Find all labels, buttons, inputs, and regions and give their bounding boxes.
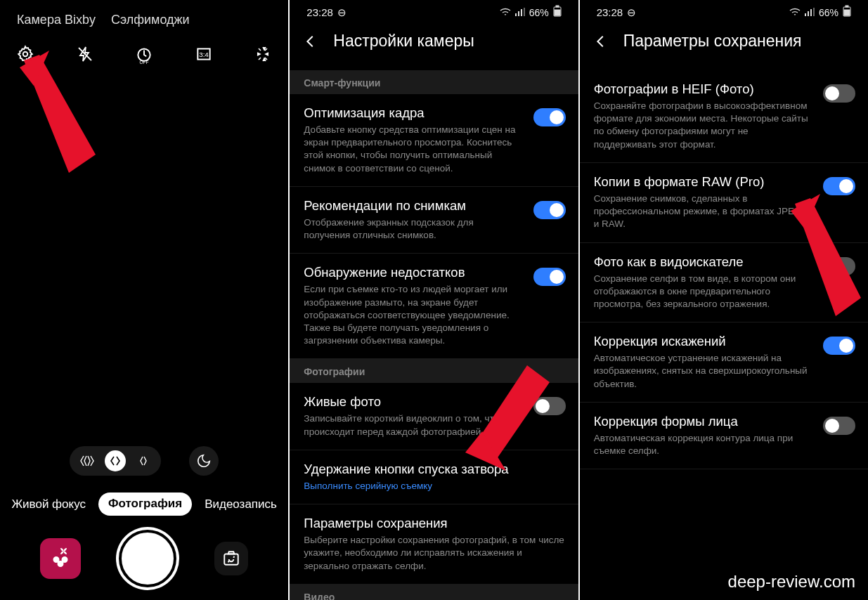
svg-rect-14	[556, 6, 559, 7]
aspect-ratio-icon[interactable]: 3:4	[194, 44, 214, 64]
switch-camera-icon[interactable]	[214, 542, 248, 575]
row-sub: Добавьте кнопку средства оптимизации сце…	[304, 124, 519, 175]
svg-marker-6	[24, 55, 96, 173]
status-bar: 23:28 ⊖ 66%	[290, 0, 578, 22]
tab-selfiemoji[interactable]: Сэлфимоджи	[111, 13, 190, 27]
back-icon[interactable]	[592, 33, 609, 50]
wifi-icon	[500, 7, 511, 18]
battery-pct: 66%	[529, 7, 549, 18]
row-distortion[interactable]: Коррекция искажений Автоматическое устра…	[580, 322, 868, 403]
shutter-button[interactable]	[119, 530, 176, 587]
row-sub: Если при съемке кто-то из людей моргает …	[304, 283, 519, 347]
row-hold-shutter[interactable]: Удержание кнопки спуска затвора Выполнит…	[290, 450, 578, 504]
page-title: Настройки камеры	[333, 32, 474, 51]
row-title: Коррекция формы лица	[594, 414, 809, 432]
row-scene-optimizer[interactable]: Оптимизация кадра Добавьте кнопку средст…	[290, 94, 578, 187]
zoom-selector[interactable]	[70, 446, 161, 476]
dnd-icon: ⊖	[337, 6, 346, 19]
battery-icon	[553, 6, 562, 19]
row-motion-photos[interactable]: Живые фото Записывайте короткий видеокли…	[290, 383, 578, 450]
row-title: Оптимизация кадра	[304, 105, 519, 124]
watermark: deep-review.com	[728, 572, 855, 592]
row-title: Фото как в видоискателе	[594, 254, 809, 273]
battery-pct: 66%	[819, 7, 838, 18]
row-title: Удержание кнопки спуска затвора	[304, 462, 565, 480]
gear-icon[interactable]	[15, 44, 35, 64]
svg-rect-8	[225, 554, 239, 565]
row-flaw-detection[interactable]: Обнаружение недостатков Если при съемке …	[290, 254, 578, 359]
signal-icon	[515, 7, 525, 18]
svg-rect-24	[844, 10, 850, 15]
wifi-icon	[789, 7, 801, 18]
svg-rect-21	[813, 8, 815, 16]
row-sub: Отображение экранных подсказок для получ…	[304, 216, 519, 242]
section-video: Видео	[290, 585, 578, 600]
zoom-ultrawide-icon[interactable]	[77, 450, 98, 471]
row-face-correction[interactable]: Коррекция формы лица Автоматическая корр…	[580, 403, 868, 469]
row-as-previewed[interactable]: Фото как в видоискателе Сохранение селфи…	[580, 243, 868, 323]
row-heif[interactable]: Фотографии в HEIF (Фото) Сохраняйте фото…	[580, 70, 868, 163]
mode-photo[interactable]: Фотография	[98, 493, 192, 516]
svg-rect-23	[846, 6, 848, 7]
row-title: Живые фото	[304, 394, 519, 412]
row-title: Фотографии в HEIF (Фото)	[594, 81, 809, 100]
row-title: Параметры сохранения	[304, 516, 565, 534]
svg-rect-11	[521, 9, 522, 16]
row-sub: Сохранение селфи в том виде, в котором о…	[594, 273, 809, 311]
gallery-thumbnail[interactable]	[40, 538, 81, 579]
row-title: Коррекция искажений	[594, 334, 809, 352]
svg-rect-10	[518, 11, 519, 16]
row-shot-suggestions[interactable]: Рекомендации по снимкам Отображение экра…	[290, 187, 578, 254]
mode-video[interactable]: Видеозапись	[205, 497, 277, 511]
mode-live-focus[interactable]: Живой фокус	[11, 497, 86, 511]
toggle-as-previewed[interactable]	[823, 257, 855, 275]
row-raw[interactable]: Копии в формате RAW (Pro) Сохранение сни…	[580, 163, 868, 243]
svg-rect-20	[810, 9, 812, 16]
status-time: 23:28	[597, 6, 623, 18]
toggle-heif[interactable]	[823, 84, 855, 103]
toggle-scene-optimizer[interactable]	[533, 108, 566, 126]
row-save-options[interactable]: Параметры сохранения Выберите настройки …	[290, 504, 578, 585]
battery-icon	[843, 6, 851, 19]
row-sub: Сохраняйте фотографии в высокоэффективно…	[594, 100, 809, 151]
dnd-icon: ⊖	[627, 6, 636, 19]
row-title: Рекомендации по снимкам	[304, 198, 519, 216]
back-icon[interactable]	[302, 33, 319, 50]
signal-icon	[805, 7, 815, 18]
row-title: Копии в формате RAW (Pro)	[594, 174, 809, 193]
page-title: Параметры сохранения	[623, 32, 802, 51]
status-bar: 23:28 ⊖ 66%	[580, 0, 868, 22]
timer-off-icon[interactable]: OFF	[134, 44, 154, 64]
zoom-tele-icon[interactable]	[133, 450, 154, 471]
row-sub: Сохранение снимков, сделанных в професси…	[594, 193, 809, 231]
night-mode-icon[interactable]	[189, 446, 219, 476]
section-smart: Смарт-функции	[290, 70, 578, 94]
section-photos: Фотографии	[290, 359, 578, 383]
toggle-flaw-detection[interactable]	[533, 268, 566, 286]
row-sub: Выберите настройки сохранения фотографий…	[304, 534, 565, 573]
row-sub: Автоматическое устранение искажений на и…	[594, 352, 809, 391]
row-sub: Выполнить серийную съемку	[304, 480, 565, 493]
pane-camera: Камера Bixby Сэлфимоджи OFF	[0, 0, 288, 600]
tab-bixby[interactable]: Камера Bixby	[17, 13, 96, 27]
row-sub: Автоматическая коррекция контура лица пр…	[594, 432, 809, 457]
svg-point-0	[23, 52, 28, 57]
row-sub: Записывайте короткий видеоклип о том, чт…	[304, 412, 519, 438]
toggle-motion-photos[interactable]	[533, 397, 566, 415]
pane-camera-settings: 23:28 ⊖ 66% Настройки камеры	[288, 0, 578, 600]
pane-save-options: 23:28 ⊖ 66% Параметры сохранения	[578, 0, 868, 600]
toggle-raw[interactable]	[823, 177, 855, 195]
mode-selector[interactable]: Живой фокус Фотография Видеозапись	[0, 480, 288, 530]
toggle-face-correction[interactable]	[823, 417, 855, 435]
svg-rect-15	[555, 10, 560, 15]
svg-text:OFF: OFF	[140, 60, 149, 65]
status-time: 23:28	[306, 6, 333, 18]
toggle-distortion[interactable]	[823, 337, 855, 355]
svg-text:3:4: 3:4	[199, 51, 209, 58]
toggle-shot-suggestions[interactable]	[533, 201, 566, 219]
svg-rect-19	[808, 11, 809, 16]
effects-icon[interactable]	[253, 44, 273, 64]
svg-rect-9	[515, 13, 517, 16]
flash-off-icon[interactable]	[75, 44, 95, 64]
zoom-wide-icon[interactable]	[105, 450, 126, 471]
